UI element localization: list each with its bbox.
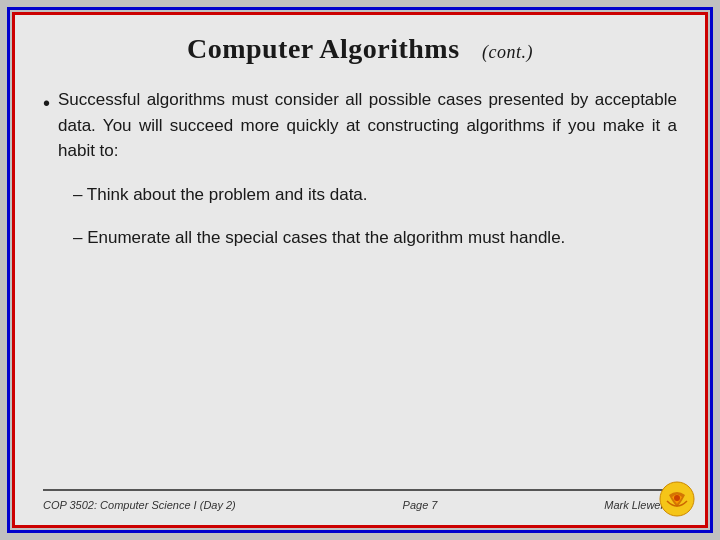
ucf-logo	[659, 481, 695, 517]
slide-footer: COP 3502: Computer Science I (Day 2) Pag…	[43, 489, 677, 511]
bullet-item: • Successful algorithms must consider al…	[43, 87, 677, 164]
bullet-text: Successful algorithms must consider all …	[58, 87, 677, 164]
title-text: Computer Algorithms	[187, 33, 460, 64]
title-cont: (cont.)	[482, 42, 533, 62]
sub-item-2: – Enumerate all the special cases that t…	[43, 225, 677, 251]
slide-title: Computer Algorithms (cont.)	[43, 33, 677, 65]
footer-page: Page 7	[403, 499, 438, 511]
slide: Computer Algorithms (cont.) • Successful…	[12, 12, 708, 528]
bullet-dot: •	[43, 88, 50, 118]
footer-course: COP 3502: Computer Science I (Day 2)	[43, 499, 236, 511]
sub-item-1: – Think about the problem and its data.	[43, 182, 677, 208]
slide-body: • Successful algorithms must consider al…	[43, 87, 677, 479]
svg-point-1	[674, 495, 680, 501]
